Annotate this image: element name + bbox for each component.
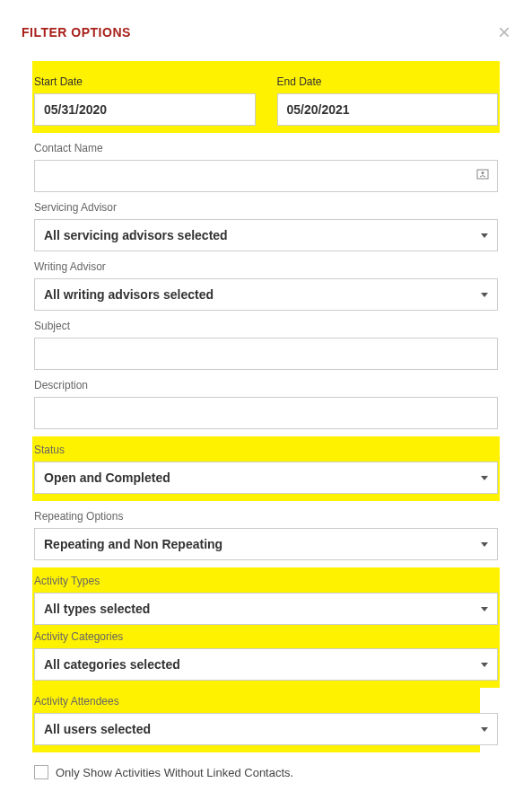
servicing-advisor-select[interactable]: All servicing advisors selected (34, 219, 498, 251)
end-date-input[interactable] (277, 93, 499, 126)
date-range-row: Start Date End Date (32, 61, 500, 133)
contact-name-group: Contact Name (34, 142, 498, 192)
activity-types-select[interactable]: All types selected (34, 593, 498, 625)
description-group: Description (34, 379, 498, 429)
only-unlinked-label: Only Show Activities Without Linked Cont… (56, 766, 293, 779)
modal-title: FILTER OPTIONS (22, 25, 131, 40)
close-icon[interactable]: × (498, 22, 510, 43)
activity-highlight-block: Activity Types All types selected Activi… (32, 567, 500, 688)
chevron-down-icon (481, 663, 488, 667)
modal-header: FILTER OPTIONS × (22, 22, 510, 43)
writing-advisor-label: Writing Advisor (34, 260, 498, 273)
description-input[interactable] (34, 397, 498, 429)
only-unlinked-row: Only Show Activities Without Linked Cont… (34, 765, 498, 779)
repeating-select[interactable]: Repeating and Non Repeating (34, 528, 498, 560)
repeating-label: Repeating Options (34, 510, 498, 523)
activity-categories-select[interactable]: All categories selected (34, 648, 498, 681)
subject-group: Subject (34, 320, 498, 370)
activity-categories-value: All categories selected (44, 657, 180, 672)
servicing-advisor-group: Servicing Advisor All servicing advisors… (34, 201, 498, 251)
chevron-down-icon (481, 542, 488, 547)
writing-advisor-group: Writing Advisor All writing advisors sel… (34, 260, 498, 311)
activity-categories-label: Activity Categories (34, 630, 498, 643)
servicing-advisor-value: All servicing advisors selected (44, 228, 228, 242)
only-unlinked-checkbox[interactable] (34, 765, 48, 779)
start-date-input[interactable] (34, 93, 256, 126)
chevron-down-icon (481, 476, 488, 480)
activity-types-label: Activity Types (34, 575, 498, 587)
end-date-label: End Date (277, 75, 499, 88)
activity-attendees-select[interactable]: All users selected (34, 713, 498, 745)
modal-footer: cancel apply filters (22, 794, 510, 809)
status-select[interactable]: Open and Completed (34, 462, 498, 494)
activity-attendees-label: Activity Attendees (34, 695, 478, 708)
contact-name-input[interactable] (34, 160, 498, 192)
repeating-value: Repeating and Non Repeating (44, 537, 222, 551)
chevron-down-icon (481, 233, 488, 238)
form-body: Start Date End Date Contact Name Servici… (22, 61, 510, 779)
description-label: Description (34, 379, 498, 391)
servicing-advisor-label: Servicing Advisor (34, 201, 498, 214)
status-label: Status (34, 444, 498, 456)
activity-types-value: All types selected (44, 602, 150, 616)
status-value: Open and Completed (44, 470, 170, 485)
end-date-col: End Date (277, 66, 499, 126)
activity-attendees-group: Activity Attendees All users selected (32, 688, 480, 752)
activity-categories-group: Activity Categories All categories selec… (34, 630, 498, 681)
chevron-down-icon (481, 607, 488, 611)
chevron-down-icon (481, 293, 488, 297)
filter-options-modal: FILTER OPTIONS × Start Date End Date Con… (0, 0, 532, 809)
status-group: Status Open and Completed (32, 436, 500, 501)
activity-types-group: Activity Types All types selected (34, 575, 498, 625)
subject-input[interactable] (34, 338, 498, 370)
writing-advisor-select[interactable]: All writing advisors selected (34, 278, 498, 311)
chevron-down-icon (481, 727, 488, 732)
repeating-group: Repeating Options Repeating and Non Repe… (34, 510, 498, 560)
contact-name-label: Contact Name (34, 142, 498, 154)
activity-attendees-value: All users selected (44, 722, 151, 736)
contact-input-wrapper (34, 160, 498, 192)
writing-advisor-value: All writing advisors selected (44, 287, 214, 302)
start-date-label: Start Date (34, 75, 256, 88)
start-date-col: Start Date (34, 66, 256, 126)
subject-label: Subject (34, 320, 498, 332)
